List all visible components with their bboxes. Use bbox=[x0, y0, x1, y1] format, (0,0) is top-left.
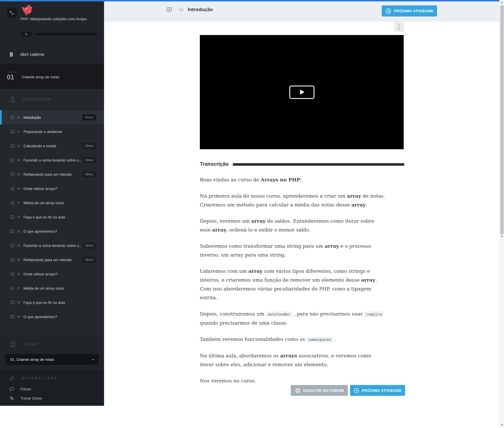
activity-item[interactable]: 09 O que aprendemos? bbox=[0, 224, 104, 238]
activity-label: Onde utilizar arrays? bbox=[23, 272, 58, 276]
book-icon bbox=[10, 229, 15, 234]
scrollbar-thumb[interactable] bbox=[500, 5, 504, 234]
transcription-paragraph: Também veremos funcionalidades como os n… bbox=[200, 335, 385, 344]
activity-item[interactable]: 08 Faça o que eu fiz na aula bbox=[0, 210, 104, 224]
list-icon bbox=[10, 200, 15, 205]
scroll-down-arrow-icon[interactable] bbox=[501, 424, 503, 426]
progress-percent-badge: % bbox=[21, 32, 32, 36]
chat-icon bbox=[9, 387, 14, 392]
activities-section: ATIVIDADES 01 Introdução 02min 02 Prepar… bbox=[0, 89, 104, 335]
activity-number: 09 bbox=[17, 230, 22, 233]
other-links-header-label: OUTROS LINKS bbox=[22, 376, 57, 380]
transcription-paragraph: Saberemos como transformar uma string pa… bbox=[200, 242, 385, 259]
video-icon bbox=[10, 172, 15, 177]
activity-label: Média de um array vazio bbox=[23, 201, 64, 205]
discuss-forum-button[interactable]: DISCUTIR NO FORUM bbox=[291, 385, 348, 396]
sidebar-item-trocar-curso[interactable]: Trocar Curso bbox=[0, 394, 104, 402]
activity-item[interactable]: 04 Fazendo a soma iterando sobre o... 10… bbox=[0, 238, 104, 253]
arrow-circle-icon bbox=[385, 8, 391, 14]
top-accent-line bbox=[0, 0, 504, 1]
activity-label: Introdução bbox=[23, 115, 41, 120]
activities-header-label: ATIVIDADES bbox=[23, 97, 51, 101]
lesson-select-value: 01. Criando array de notas bbox=[10, 357, 54, 362]
activity-number: 05 bbox=[17, 173, 22, 176]
video-activity-icon bbox=[166, 7, 172, 13]
video-icon bbox=[10, 257, 15, 262]
activity-item[interactable]: 02 Preparando o ambiente bbox=[0, 124, 104, 139]
collapse-sidebar-button[interactable] bbox=[7, 7, 17, 18]
transcription-paragraph: Lidaremos com um array com vários tipos … bbox=[200, 267, 385, 302]
activity-item[interactable]: 08 Faça o que eu fiz na aula bbox=[0, 295, 104, 310]
activity-item[interactable]: 01 Introdução 02min bbox=[0, 110, 104, 124]
activity-number: 07 bbox=[17, 201, 22, 204]
activity-header-number: 01 bbox=[179, 7, 184, 12]
trocar-curso-label: Trocar Curso bbox=[21, 396, 42, 400]
activity-label: Média de um array vazio bbox=[23, 286, 64, 290]
php-elephant-logo bbox=[20, 5, 33, 17]
activity-item[interactable]: 03 Calculando a media 09min bbox=[0, 139, 104, 153]
lesson-number: 01 bbox=[7, 73, 14, 81]
lesson-title: Criando array de notas bbox=[22, 75, 59, 79]
play-icon bbox=[300, 90, 304, 95]
activity-label: Refatorando para um método bbox=[23, 172, 72, 177]
activities-header: ATIVIDADES bbox=[0, 93, 51, 106]
activity-item[interactable]: 05 Refatorando para um método 08min bbox=[0, 253, 104, 267]
activity-number: 06 bbox=[17, 187, 22, 190]
transcription-paragraph: Depois, veremos um array de saldos. Ente… bbox=[200, 217, 385, 234]
open-notebook-label: Abrir caderno bbox=[20, 52, 44, 57]
activity-item[interactable]: 09 O que aprendemos? bbox=[0, 310, 104, 324]
lesson-select-dropdown[interactable]: 01. Criando array de notas bbox=[5, 354, 99, 365]
transcription-heading-label: Transcrição bbox=[200, 161, 229, 167]
activity-header-band: 01 Introdução PRÓXIMA ATIVIDADE bbox=[104, 1, 499, 22]
scroll-down-arrow-icon[interactable] bbox=[501, 236, 503, 237]
activity-number: 04 bbox=[17, 244, 22, 247]
next-activity-label: PRÓXIMA ATIVIDADE bbox=[394, 9, 434, 13]
activity-item[interactable]: 07 Média de um array vazio bbox=[0, 196, 104, 210]
other-links-section: OUTROS LINKS Fórum Trocar Curso bbox=[0, 370, 104, 406]
activity-item[interactable]: 06 Onde utilizar arrays? bbox=[0, 181, 104, 196]
activity-item[interactable]: 07 Média de um array vazio bbox=[0, 281, 104, 295]
transcription-paragraph: Na última aula, abordaremos os arrays as… bbox=[200, 351, 385, 369]
activity-number: 05 bbox=[17, 258, 22, 261]
book-icon bbox=[10, 129, 15, 134]
page-title: Introdução bbox=[188, 7, 213, 13]
dot bbox=[399, 28, 400, 30]
video-player[interactable] bbox=[200, 35, 404, 149]
transcription-heading: Transcrição bbox=[200, 161, 404, 167]
book-icon bbox=[10, 215, 15, 220]
list-icon bbox=[10, 286, 15, 291]
list-icon bbox=[10, 272, 15, 277]
page-scrollbar[interactable] bbox=[499, 0, 504, 428]
video-icon bbox=[10, 115, 15, 120]
activity-number: 02 bbox=[17, 130, 22, 133]
sidebar-item-forum[interactable]: Fórum bbox=[0, 385, 104, 393]
next-activity-button-top[interactable]: PRÓXIMA ATIVIDADE bbox=[382, 5, 437, 17]
book-icon bbox=[10, 300, 15, 305]
grid-icon bbox=[9, 396, 14, 400]
activity-duration-badge: 08min bbox=[82, 257, 96, 263]
options-menu-button[interactable] bbox=[394, 22, 404, 32]
activity-number: 01 bbox=[17, 116, 22, 119]
activity-item[interactable]: 04 Fazendo a soma iterando sobre o... 10… bbox=[0, 153, 104, 167]
next-activity-button-bottom[interactable]: PRÓXIMA ATIVIDADE bbox=[350, 385, 405, 396]
activity-item[interactable]: 05 Refatorando para um método 08min bbox=[0, 167, 104, 181]
activity-label: O que aprendemos? bbox=[23, 229, 57, 234]
activity-number: 06 bbox=[17, 273, 22, 276]
activity-item[interactable]: 06 Onde utilizar arrays? bbox=[0, 267, 104, 281]
heading-rule bbox=[233, 163, 404, 166]
activity-number: 03 bbox=[17, 144, 22, 148]
activity-label: O que aprendemos? bbox=[23, 315, 57, 319]
activity-label: Faça o que eu fiz na aula bbox=[23, 215, 65, 219]
activity-duration-badge: 10min bbox=[82, 157, 96, 163]
activity-number: 08 bbox=[17, 216, 22, 219]
transcription-paragraph: Depois, construiremos um autoloader , pa… bbox=[200, 310, 385, 327]
play-button[interactable] bbox=[289, 85, 314, 99]
open-notebook-button[interactable]: Abrir caderno bbox=[0, 48, 104, 61]
activity-duration-badge: 08min bbox=[82, 171, 96, 177]
aulas-header: AULAS bbox=[0, 339, 38, 350]
activity-label: Fazendo a soma iterando sobre o... bbox=[23, 158, 82, 162]
progress-bar bbox=[35, 33, 97, 36]
scroll-up-arrow-icon[interactable] bbox=[501, 1, 503, 3]
current-lesson-banner: AULA 01 Criando array de notas bbox=[0, 64, 104, 89]
activity-duration-badge: 09min bbox=[82, 143, 96, 149]
